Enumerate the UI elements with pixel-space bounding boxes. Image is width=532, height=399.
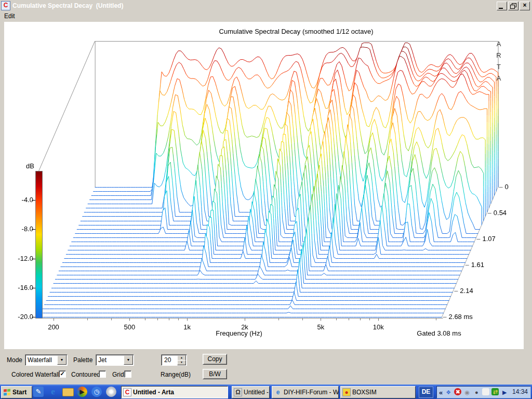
task-label: BOXSIM xyxy=(352,389,377,396)
taskbar: Start ✎e▶◷ CUntitled - ArtaΩUntitled - L… xyxy=(0,384,532,399)
mode-value: Waterfall xyxy=(28,356,52,364)
control-panel: Mode Waterfall ▼ Palette Jet ▼ 20 ▲ ▼ Co… xyxy=(0,351,532,384)
chevron-down-icon[interactable]: ▼ xyxy=(57,355,66,365)
copy-button[interactable]: Copy xyxy=(203,354,227,365)
bw-button[interactable]: B/W xyxy=(203,369,227,379)
alert-tray-icon[interactable]: ✖ xyxy=(454,388,461,395)
minimize-button[interactable] xyxy=(497,2,507,10)
palette-dropdown[interactable]: Jet ▼ xyxy=(96,354,134,366)
csd-plot-panel: Cumulative Spectral Decay (smoothed 1/12… xyxy=(4,22,524,349)
task-icon: e xyxy=(274,388,282,396)
chevron-down-icon[interactable]: ▼ xyxy=(124,355,133,365)
task-button-untitled-arta[interactable]: CUntitled - Arta xyxy=(121,386,228,398)
quicktime-icon[interactable]: ◷ xyxy=(91,387,102,397)
close-icon: × xyxy=(520,2,529,9)
window-title: Cumulative Spectral Decay (Untitled) xyxy=(12,2,123,9)
pointer-tray-icon[interactable]: ▶ xyxy=(500,388,509,396)
start-button[interactable]: Start xyxy=(1,386,32,398)
palette-value: Jet xyxy=(98,356,107,364)
task-label: Untitled - Arta xyxy=(133,389,174,396)
range-value: 20 xyxy=(164,356,171,364)
colorbar xyxy=(35,171,43,318)
menu-bar: Edit xyxy=(0,11,532,21)
task-icon: ● xyxy=(342,388,351,396)
task-button-boxsim[interactable]: ●BOXSIM xyxy=(340,386,416,398)
palette-label: Palette xyxy=(73,356,92,364)
contoured-checkbox[interactable] xyxy=(99,370,106,378)
windows-flag-icon xyxy=(4,389,11,396)
audio-tray-icon[interactable]: ◉ xyxy=(463,388,471,396)
start-label: Start xyxy=(12,389,26,396)
network-tray-icon[interactable]: ❖ xyxy=(444,388,453,396)
mouse-tray-icon[interactable] xyxy=(482,388,489,395)
minimize-icon xyxy=(499,8,503,9)
task-button-untitled-limp[interactable]: ΩUntitled - Limp xyxy=(232,386,270,398)
menu-edit[interactable]: Edit xyxy=(4,12,15,20)
system-tray: « ❖✖◉●⇄▶ 14:34 xyxy=(436,386,531,398)
app-icon: C xyxy=(1,1,10,10)
folder-icon[interactable] xyxy=(62,388,74,396)
spin-down-icon[interactable]: ▼ xyxy=(177,360,186,365)
mail-compose-icon[interactable]: ✎ xyxy=(33,387,44,397)
task-label: DIY-HIFI-Forum - Wi... xyxy=(284,389,339,396)
tray-expand-icon[interactable]: « xyxy=(439,389,443,396)
arta-watermark: ARTA xyxy=(495,38,502,84)
contoured-label: Contoured xyxy=(71,371,100,378)
waterfall-canvas xyxy=(4,22,524,349)
restore-button[interactable] xyxy=(508,2,518,10)
language-indicator[interactable]: DE xyxy=(419,387,433,398)
task-icon: Ω xyxy=(234,388,242,396)
mode-dropdown[interactable]: Waterfall ▼ xyxy=(25,354,68,366)
media-player-icon[interactable]: ▶ xyxy=(77,387,87,397)
task-label: Untitled - Limp xyxy=(244,389,270,396)
cd-icon[interactable] xyxy=(106,387,116,397)
task-button-diy-hifi-forum-wi[interactable]: eDIY-HIFI-Forum - Wi... xyxy=(272,386,339,398)
power-tray-icon[interactable]: ⇄ xyxy=(491,388,499,395)
range-label: Range(dB) xyxy=(161,371,191,378)
task-icon: C xyxy=(123,388,131,396)
mode-label: Mode xyxy=(7,356,22,364)
colored-waterfall-label: Colored Waterfall xyxy=(11,371,59,378)
close-button[interactable]: × xyxy=(520,2,530,10)
colored-waterfall-checkbox[interactable]: ✓ xyxy=(59,370,66,378)
application-window: C Cumulative Spectral Decay (Untitled) ×… xyxy=(0,0,532,399)
grid-checkbox[interactable] xyxy=(124,370,131,378)
app-tray-icon[interactable]: ● xyxy=(472,388,481,396)
range-spinner[interactable]: 20 ▲ ▼ xyxy=(161,354,187,366)
grid-label: Grid xyxy=(112,371,124,378)
internet-explorer-icon[interactable]: e xyxy=(48,387,58,397)
clock: 14:34 xyxy=(512,388,528,395)
title-bar: C Cumulative Spectral Decay (Untitled) × xyxy=(0,0,532,11)
